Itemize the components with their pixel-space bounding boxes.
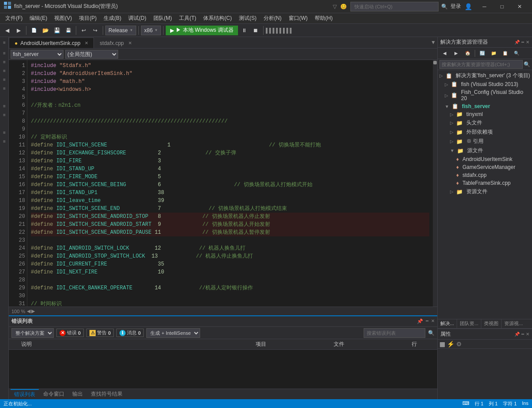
- menu-view[interactable]: 视图(V): [51, 13, 75, 24]
- sol-filter[interactable]: 🔍: [511, 48, 522, 59]
- save-icon[interactable]: 💾: [52, 25, 62, 36]
- bottom-panel-pin[interactable]: ━: [426, 318, 428, 324]
- btab-command-window[interactable]: 命令窗口: [40, 389, 68, 399]
- tree-item-tinyxml[interactable]: ▷ 📁 tinyxml: [438, 110, 532, 118]
- sidebar-icon-2[interactable]: ≡: [0, 49, 9, 57]
- warning-badge[interactable]: ⚠ 警告 0: [86, 329, 114, 337]
- menu-edit[interactable]: 编辑(E): [26, 13, 51, 24]
- configuration-dropdown[interactable]: Release ▼: [105, 26, 136, 35]
- sidebar-icon-1[interactable]: ≡: [0, 38, 9, 47]
- menu-tools[interactable]: 工具(T): [175, 13, 200, 24]
- sol-nav-forward[interactable]: ▶: [451, 48, 461, 59]
- property-grid-icon[interactable]: ▦: [439, 341, 445, 348]
- run-button[interactable]: ▶ ▶ 本地 Windows 调试器: [166, 26, 238, 35]
- sidebar-icon-3[interactable]: ≡: [0, 57, 9, 66]
- tree-item-external[interactable]: ▷ 📁 外部依赖项: [438, 127, 532, 137]
- solution-close-icon[interactable]: ✕: [526, 40, 529, 45]
- nav-back-icon[interactable]: ◀: [2, 25, 12, 36]
- undo-icon[interactable]: ↩: [78, 25, 89, 36]
- sol-nav-back[interactable]: ◀: [439, 48, 450, 59]
- quick-launch-input[interactable]: [350, 2, 439, 11]
- tree-item-source[interactable]: ▼ 📁 源文件: [438, 146, 532, 155]
- error-badge[interactable]: ✕ 错误 0: [56, 329, 84, 337]
- menu-team[interactable]: 团队(M): [150, 13, 175, 24]
- sidebar-icon-7[interactable]: ≡: [0, 101, 9, 110]
- menu-help[interactable]: 帮助(H): [311, 13, 336, 24]
- property-float-icon[interactable]: ━: [521, 332, 524, 337]
- save-all-icon[interactable]: 💾: [63, 25, 74, 36]
- tree-item-android-sink[interactable]: ♦ AndroidUserItemSink: [438, 155, 532, 163]
- code-editor[interactable]: 12345 678910 1112131415 1617181920 21222…: [9, 60, 437, 307]
- error-search-input[interactable]: [364, 328, 425, 338]
- tab-dropdown-btn[interactable]: ▼: [429, 37, 437, 48]
- menu-file[interactable]: 文件(F): [2, 13, 26, 24]
- message-badge[interactable]: ℹ 消息 0: [116, 329, 144, 337]
- property-pin-icon[interactable]: 📌: [514, 332, 520, 337]
- error-search-icon[interactable]: 🔍: [428, 330, 435, 336]
- sidebar-icon-8[interactable]: ≡: [0, 110, 9, 119]
- property-close-icon[interactable]: ✕: [526, 332, 529, 337]
- maximize-button[interactable]: □: [493, 0, 511, 13]
- menu-debug[interactable]: 调试(D): [125, 13, 150, 24]
- tree-item-fish-server[interactable]: ▼ 📋 fish_server: [438, 102, 532, 110]
- platform-dropdown[interactable]: x86 ▼: [141, 26, 161, 35]
- sidebar-icon-9[interactable]: ≡: [0, 128, 9, 137]
- pause-icon[interactable]: ⏸: [239, 25, 249, 36]
- scope-selector[interactable]: (全局范围): [65, 50, 118, 59]
- close-button[interactable]: ✕: [511, 0, 528, 13]
- property-gear-icon[interactable]: ⚙: [456, 341, 462, 348]
- sol-home[interactable]: 🏠: [462, 48, 473, 59]
- code-content[interactable]: #include "Stdafx.h" #include "AndroidUse…: [27, 60, 433, 307]
- sidebar-icon-6[interactable]: ≡: [0, 84, 9, 93]
- redo-icon[interactable]: ↪: [90, 25, 100, 36]
- tree-item-fish[interactable]: ▷ 📋 fish (Visual Studio 2013): [438, 80, 532, 88]
- tree-item-headers[interactable]: ▷ 📁 头文件: [438, 118, 532, 127]
- sidebar-icon-5[interactable]: ≡: [0, 75, 9, 84]
- btab-find-symbol[interactable]: 查找符号结果: [87, 389, 126, 399]
- tree-item-tableframe[interactable]: ♦ TableFrameSink.cpp: [438, 179, 532, 187]
- pin-icon[interactable]: 📌: [417, 318, 423, 324]
- minimize-button[interactable]: ─: [476, 0, 493, 13]
- tab-androiduseritemsink[interactable]: ● AndroidUserItemSink.cpp ✕: [9, 37, 94, 48]
- build-filter[interactable]: 生成 + IntelliSense: [146, 328, 200, 338]
- rtab-solution[interactable]: 解决...: [438, 319, 457, 328]
- tree-item-game-service[interactable]: ♦ GameServiceManager: [438, 163, 532, 171]
- sol-collapse[interactable]: 📁: [488, 48, 499, 59]
- tree-item-stdafx[interactable]: ♦ stdafx.cpp: [438, 171, 532, 179]
- sidebar-icon-4[interactable]: ≡: [0, 66, 9, 75]
- tree-item-solution[interactable]: ▷ 📋 解决方案'fish_server' (3 个项目): [438, 71, 532, 80]
- menu-project[interactable]: 项目(P): [75, 13, 100, 24]
- rtab-resource[interactable]: 资源视...: [502, 319, 525, 328]
- sidebar-icon-10[interactable]: ≡: [0, 137, 9, 146]
- btab-error-list[interactable]: 错误列表: [11, 389, 39, 399]
- menu-analyze[interactable]: 分析(N): [260, 13, 285, 24]
- property-sort-icon[interactable]: ⚡: [447, 341, 454, 348]
- solution-search-btn[interactable]: 🔍: [524, 61, 530, 67]
- sol-refresh[interactable]: 🔄: [477, 48, 487, 59]
- rtab-team[interactable]: 团队资...: [457, 319, 481, 328]
- editor-scrollbar[interactable]: [433, 60, 437, 307]
- rtab-class[interactable]: 类视图: [481, 319, 502, 328]
- title-text: fish_server - Microsoft Visual Studio(管理…: [14, 3, 333, 10]
- nav-forward-icon[interactable]: ▶: [13, 25, 24, 36]
- tree-item-refs[interactable]: ▷ 📁 ※ 引用: [438, 137, 532, 146]
- open-icon[interactable]: 📂: [40, 25, 51, 36]
- stop-icon[interactable]: ⏹: [250, 25, 261, 36]
- bottom-panel-close[interactable]: ✕: [431, 318, 435, 324]
- login-button[interactable]: 登录: [450, 3, 461, 10]
- menu-architecture[interactable]: 体系结构(C): [200, 13, 235, 24]
- menu-test[interactable]: 测试(S): [235, 13, 260, 24]
- new-project-icon[interactable]: 📄: [29, 25, 39, 36]
- sol-props[interactable]: 📋: [500, 48, 510, 59]
- scope-filter[interactable]: 整个解决方案: [11, 328, 54, 338]
- tree-item-fish-config[interactable]: ▷ 📋 Fish_Config (Visual Studio 20: [438, 88, 532, 102]
- tab-stdafx[interactable]: stdafx.cpp ✕: [94, 37, 138, 48]
- file-selector[interactable]: fish_server: [11, 50, 63, 59]
- menu-build[interactable]: 生成(B): [100, 13, 125, 24]
- btab-output[interactable]: 输出: [69, 389, 86, 399]
- menu-window[interactable]: 窗口(W): [285, 13, 311, 24]
- solution-pin-icon[interactable]: 📌: [514, 40, 520, 45]
- solution-float-icon[interactable]: ━: [521, 40, 524, 45]
- tree-item-resources[interactable]: ▷ 📁 资源文件: [438, 187, 532, 196]
- solution-search-input[interactable]: [439, 60, 523, 69]
